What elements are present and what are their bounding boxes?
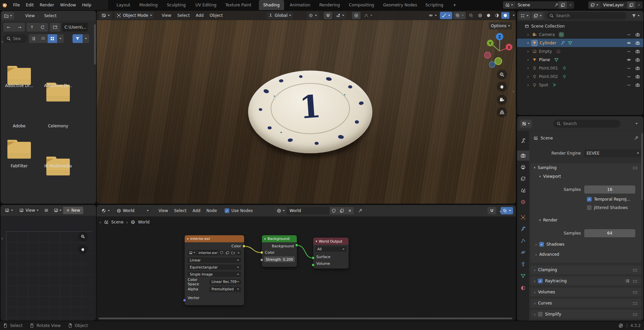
simplify-panel[interactable]: ›Simplify [531,310,641,319]
strength-field[interactable]: Strength0.200 [264,256,295,262]
display-thumbnail-button[interactable] [48,34,57,43]
shading-wireframe-button[interactable] [476,12,484,19]
drag-dots-icon[interactable] [633,166,638,169]
scene-browse-button[interactable] [503,1,515,9]
outliner-row-plane[interactable]: › Plane [517,55,643,64]
curves-panel[interactable]: ›Curves [531,299,641,307]
image-editor[interactable]: View +New › [1,205,96,321]
temporal-reprojection-checkbox[interactable]: ✓Temporal Reproj... [531,197,641,202]
tab-geometry-nodes[interactable]: Geometry Nodes [379,0,421,10]
drag-dots-icon[interactable] [633,291,638,294]
tab-material-properties[interactable] [517,283,529,293]
socket-color-output[interactable] [242,245,245,248]
disable-render-icon[interactable] [635,57,640,62]
point-light-data-icon[interactable] [562,74,567,79]
camera-view-button[interactable] [497,95,507,105]
volumes-panel[interactable]: ›Volumes [531,288,641,296]
raytracing-list-icon[interactable] [625,279,630,283]
shading-solid-button[interactable] [485,12,493,19]
advanced-subpanel-header[interactable]: ›Advanced [531,252,641,257]
menu-edit[interactable]: Edit [23,3,37,7]
tab-object-properties[interactable] [517,212,529,222]
image-zoom-tool-button[interactable] [78,232,88,241]
options-dropdown[interactable]: Options [489,22,512,30]
disable-render-icon[interactable] [635,74,640,79]
network-offline-icon[interactable] [618,323,624,328]
point-light-data-icon[interactable] [562,66,567,71]
mesh-data-icon[interactable] [554,57,559,62]
image-fake-user-button[interactable] [219,250,224,255]
viewport-menu-object[interactable]: Object [206,13,226,18]
pin-id-icon[interactable] [634,136,639,140]
create-directory-button[interactable] [50,23,60,32]
rendered-plate-object[interactable]: 1 [248,71,372,153]
add-workspace-button[interactable]: + [449,0,461,10]
gizmos-toggle[interactable] [440,12,452,19]
pin-icon[interactable] [358,208,363,213]
snap-settings-dropdown[interactable] [334,12,346,19]
hide-viewport-icon[interactable] [627,83,631,87]
menu-help[interactable]: Help [79,3,94,7]
outliner-row-point-002[interactable]: › Point.002 [517,72,643,81]
drag-dots-icon[interactable] [633,313,638,316]
spot-light-data-icon[interactable] [552,83,557,87]
disable-render-icon[interactable] [635,49,640,54]
image-name-field[interactable]: interior.exr [197,250,218,255]
hamburger-menu-icon[interactable] [44,208,49,213]
pan-hand-button[interactable] [497,82,507,92]
tab-modifier-properties[interactable] [517,224,529,234]
shadows-subpanel-header[interactable]: ›✓Shadows [531,242,641,247]
hide-viewport-icon[interactable] [627,57,631,62]
image-browse-button[interactable] [52,207,63,214]
folder-item[interactable] [7,142,31,159]
refresh-button[interactable] [37,23,48,32]
node-environment-texture[interactable]: ▾interior.exr Color interior.exr × Linea… [185,235,244,305]
shading-rendered-button[interactable] [501,12,509,19]
transform-orientation-dropdown[interactable]: Global [266,12,293,19]
socket-strength-input[interactable] [260,258,263,261]
hide-viewport-icon[interactable] [627,32,631,37]
shader-menu-select[interactable]: Select [171,208,189,213]
hide-viewport-icon[interactable] [627,66,631,71]
viewlayer-browse-button[interactable] [588,1,600,9]
tab-rendering[interactable]: Rendering [315,0,344,10]
tab-constraint-properties[interactable] [517,259,529,269]
socket-vector-input[interactable] [183,299,186,302]
shader-menu-view[interactable]: View [155,208,171,213]
image-open-button[interactable] [230,250,235,255]
node-world-output[interactable]: ▾World Output All Surface Volume [313,238,349,269]
properties-options-dropdown[interactable] [633,120,641,128]
use-nodes-checkbox[interactable]: ✓Use Nodes [225,208,253,213]
sampling-panel-header[interactable]: ▾Sampling [531,163,641,172]
image-browse-button[interactable] [188,250,196,255]
tab-scripting[interactable]: Scripting [421,0,448,10]
snap-toggle[interactable] [324,12,332,19]
hide-viewport-icon[interactable] [627,49,631,54]
disable-render-icon[interactable] [635,83,640,87]
tab-physics-properties[interactable] [517,247,529,257]
tab-tool[interactable] [517,136,529,146]
show-gizmo-dropdown[interactable] [426,12,439,19]
pivot-point-dropdown[interactable] [307,12,319,19]
disable-render-icon[interactable] [635,32,640,37]
forward-button[interactable]: → [14,23,25,32]
up-directory-button[interactable]: ↑ [27,23,37,32]
shader-editor[interactable]: World View Select Add Node ✓Use Nodes Wo… [97,205,516,321]
editor-type-properties-button[interactable] [520,120,532,128]
outliner-row-empty[interactable]: › Empty [517,47,643,55]
filter-toggle-button[interactable] [73,34,83,43]
proportional-editing-toggle[interactable] [352,12,361,19]
render-engine-dropdown[interactable]: EEVEE [584,149,641,157]
image-pan-hand-button[interactable] [78,245,88,254]
hide-viewport-icon[interactable] [627,74,631,79]
tab-scene-properties[interactable] [517,185,529,196]
overlays-toggle[interactable] [453,12,466,19]
file-browser-menu-select[interactable]: Select [41,13,59,18]
tab-object-data-properties[interactable] [517,271,529,281]
editor-type-file-browser-button[interactable] [2,12,14,19]
tab-view-layer-properties[interactable] [517,174,529,184]
modifier-wrench-icon[interactable] [560,41,565,45]
new-viewlayer-button[interactable] [627,1,635,9]
tab-particle-properties[interactable] [517,236,529,246]
tab-render-properties[interactable] [517,151,529,161]
